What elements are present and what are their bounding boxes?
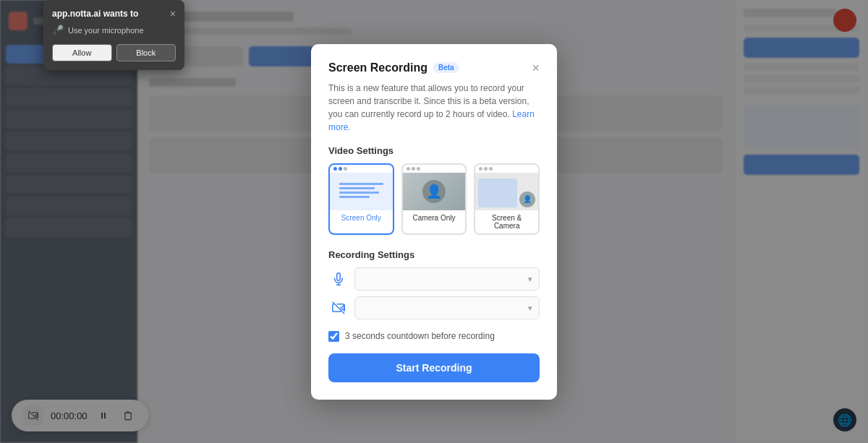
screen-camera-label: Screen & Camera: [475, 210, 538, 233]
camera-person-silhouette: 👤: [422, 180, 446, 203]
permission-buttons: Allow Block: [52, 44, 176, 61]
countdown-row: 3 seconds countdown before recording: [328, 331, 540, 342]
screen-line-1: [339, 183, 383, 185]
dot-1: [407, 167, 410, 171]
screen-line-2: [339, 187, 375, 189]
video-options: Screen Only 👤 Camera Only: [328, 163, 540, 235]
screen-lines: [339, 183, 383, 200]
video-settings-title: Video Settings: [328, 145, 540, 156]
microphone-setting-row: ▾: [328, 267, 540, 291]
dot-2: [339, 167, 342, 171]
screen-only-dots: [330, 165, 393, 173]
dot-2: [412, 167, 415, 171]
modal-title-row: Screen Recording Beta: [328, 61, 459, 74]
permission-title: app.notta.ai wants to: [52, 9, 170, 19]
recording-settings-title: Recording Settings: [328, 249, 540, 260]
countdown-checkbox[interactable]: [328, 331, 339, 342]
dot-2: [484, 167, 488, 171]
screen-recording-modal: Screen Recording Beta × This is a new fe…: [311, 44, 557, 400]
dot-1: [333, 167, 337, 171]
person-icon: 👤: [426, 184, 442, 199]
microphone-select-wrapper: ▾: [354, 267, 540, 291]
microphone-setting-icon: [328, 269, 349, 289]
dot-3: [344, 167, 347, 171]
start-recording-button[interactable]: Start Recording: [328, 353, 540, 382]
permission-dialog: app.notta.ai wants to × 🎤 Use your micro…: [43, 0, 184, 70]
recording-settings: ▾ ▾: [328, 267, 540, 319]
screen-camera-dots: [475, 165, 538, 173]
microphone-select[interactable]: [354, 267, 540, 291]
dot-3: [489, 167, 493, 171]
video-option-screen-camera[interactable]: 👤 Screen & Camera: [474, 163, 540, 235]
modal-description: This is a new feature that allows you to…: [328, 82, 540, 134]
screen-only-preview: [330, 173, 393, 210]
camera-only-preview: 👤: [403, 173, 466, 210]
beta-badge: Beta: [433, 62, 459, 73]
permission-mic-row: 🎤 Use your microphone: [52, 25, 176, 35]
screen-camera-preview: 👤: [475, 173, 538, 210]
camera-only-label: Camera Only: [403, 210, 466, 225]
block-button[interactable]: Block: [116, 44, 176, 61]
camera-preview-mini: 👤: [519, 192, 535, 207]
allow-button[interactable]: Allow: [52, 44, 112, 61]
screen-line-4: [339, 196, 370, 198]
permission-dialog-header: app.notta.ai wants to ×: [52, 9, 176, 19]
person-icon-small: 👤: [523, 195, 532, 203]
dot-3: [417, 167, 420, 171]
countdown-label: 3 seconds countdown before recording: [345, 331, 495, 341]
microphone-icon: 🎤: [52, 25, 64, 35]
screen-line-3: [339, 192, 379, 194]
camera-only-dots: [403, 165, 466, 173]
video-source-select[interactable]: [354, 296, 540, 319]
modal-close-button[interactable]: ×: [532, 61, 540, 74]
permission-subtitle: Use your microphone: [68, 26, 144, 35]
video-off-setting-icon: [328, 298, 349, 318]
modal-title: Screen Recording: [328, 61, 427, 74]
screen-only-label: Screen Only: [330, 210, 393, 225]
dot-1: [479, 167, 482, 171]
video-option-screen-only[interactable]: Screen Only: [328, 163, 394, 235]
modal-header: Screen Recording Beta ×: [328, 61, 540, 74]
permission-close-icon[interactable]: ×: [170, 9, 176, 19]
screen-preview-mini: [478, 179, 517, 207]
video-option-camera-only[interactable]: 👤 Camera Only: [401, 163, 467, 235]
video-source-setting-row: ▾: [328, 296, 540, 319]
video-source-select-wrapper: ▾: [354, 296, 540, 319]
